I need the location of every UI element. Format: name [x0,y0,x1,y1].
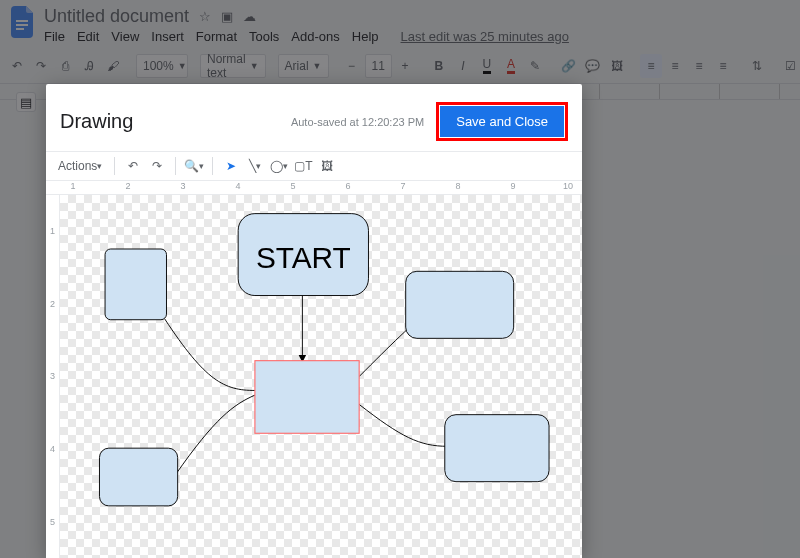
drawing-ruler-vertical: 12345 [46,195,60,558]
shape-start-label: START [256,241,351,274]
drawing-canvas[interactable]: START [60,195,582,558]
shape-tool-icon[interactable]: ◯▾ [269,156,289,176]
autosave-status: Auto-saved at 12:20:23 PM [291,116,424,128]
save-and-close-button[interactable]: Save and Close [440,106,564,137]
redo-icon[interactable]: ↷ [147,156,167,176]
drawing-title: Drawing [60,110,133,133]
undo-icon[interactable]: ↶ [123,156,143,176]
shape-right-top[interactable] [406,271,514,338]
actions-menu[interactable]: Actions ▾ [54,156,106,176]
select-tool-icon[interactable]: ➤ [221,156,241,176]
line-tool-icon[interactable]: ╲▾ [245,156,265,176]
shape-left-top[interactable] [105,249,166,320]
drawing-toolbar: Actions ▾ ↶ ↷ 🔍▾ ➤ ╲▾ ◯▾ ▢T 🖼 [46,151,582,181]
image-tool-icon[interactable]: 🖼 [317,156,337,176]
drawing-dialog: Drawing Auto-saved at 12:20:23 PM Save a… [46,84,582,558]
text-box-tool-icon[interactable]: ▢T [293,156,313,176]
shape-left-bottom[interactable] [99,448,177,506]
shape-center-selected[interactable] [255,361,359,434]
save-close-highlight: Save and Close [436,102,568,141]
zoom-tool-icon[interactable]: 🔍▾ [184,156,204,176]
drawing-ruler-horizontal: 12345678910 [46,181,582,195]
shape-right-bottom[interactable] [445,415,549,482]
